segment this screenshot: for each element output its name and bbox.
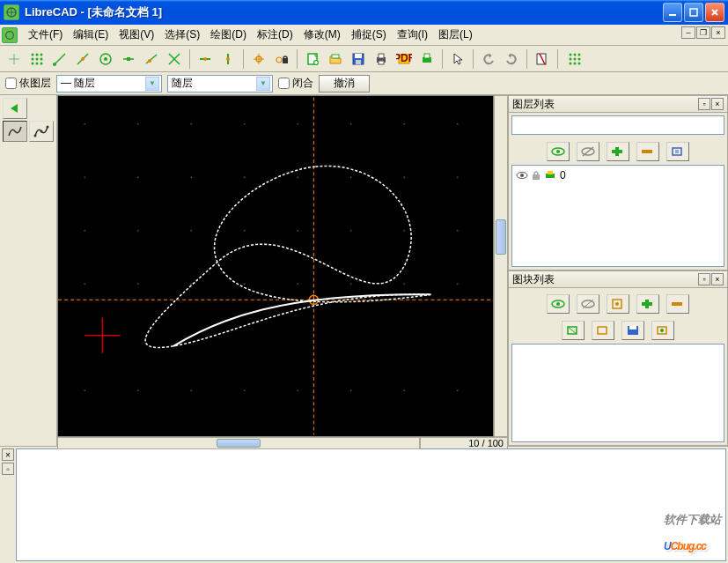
layer-item[interactable]: 0 <box>514 167 722 183</box>
svg-point-71 <box>350 230 352 232</box>
menu-modify[interactable]: 修改(M) <box>298 25 346 45</box>
menu-select[interactable]: 选择(S) <box>159 25 205 45</box>
cursor-icon[interactable] <box>447 48 468 70</box>
menu-info[interactable]: 查询(I) <box>392 25 433 45</box>
bylayer-checkbox[interactable]: 依图层 <box>5 76 51 91</box>
canvas-area: 10 / 100 <box>57 95 508 446</box>
svg-point-4 <box>32 53 34 56</box>
mdi-minimize[interactable]: – <box>681 26 695 39</box>
open-file-icon[interactable] <box>325 48 346 70</box>
edit-layer-icon[interactable] <box>666 142 689 161</box>
svg-rect-29 <box>356 60 361 64</box>
snap-grid-icon[interactable] <box>26 48 48 70</box>
panel-float-icon[interactable]: ▫ <box>698 273 710 285</box>
back-button[interactable] <box>3 98 27 119</box>
panel-close-icon[interactable]: × <box>711 273 724 285</box>
snap-distance-icon[interactable] <box>141 48 162 70</box>
svg-point-102 <box>520 174 524 177</box>
main-toolbar: PDF <box>0 46 728 72</box>
mdi-close[interactable]: × <box>711 26 725 39</box>
spline-points-tool-icon[interactable] <box>29 121 54 142</box>
svg-point-5 <box>36 53 39 56</box>
drawing-canvas[interactable] <box>57 95 494 437</box>
console-close-icon[interactable]: × <box>2 448 14 461</box>
menu-file[interactable]: 文件(F) <box>23 25 68 45</box>
insert-block-icon[interactable] <box>651 321 674 340</box>
layer-list[interactable]: 0 <box>511 165 724 267</box>
export-pdf-icon[interactable]: PDF <box>393 48 415 70</box>
console-float-icon[interactable]: ▫ <box>2 463 14 475</box>
spline-tool-icon[interactable] <box>3 121 27 142</box>
remove-layer-icon[interactable] <box>636 142 659 161</box>
snap-middle-icon[interactable] <box>118 48 139 70</box>
add-block-icon[interactable] <box>636 294 659 314</box>
save-block-icon[interactable] <box>621 321 644 340</box>
restrict-vertical-icon[interactable] <box>217 48 239 70</box>
hide-all-blocks-icon[interactable] <box>577 294 599 314</box>
dropdown-arrow-icon: ▼ <box>256 77 270 91</box>
svg-point-76 <box>190 283 192 285</box>
menu-view[interactable]: 视图(V) <box>114 25 159 45</box>
print-preview-icon[interactable] <box>416 48 438 70</box>
svg-point-20 <box>226 57 230 61</box>
panel-float-icon[interactable]: ▫ <box>698 98 710 110</box>
svg-point-19 <box>203 57 207 61</box>
hide-all-layers-icon[interactable] <box>577 142 599 161</box>
edit-block-icon[interactable] <box>592 321 614 340</box>
maximize-button[interactable] <box>684 3 703 22</box>
svg-point-83 <box>137 389 139 391</box>
svg-point-61 <box>244 176 246 178</box>
show-all-blocks-icon[interactable] <box>547 294 570 314</box>
restrict-horizontal-icon[interactable] <box>195 48 216 70</box>
snap-free-icon[interactable] <box>4 48 25 70</box>
command-console[interactable] <box>16 448 726 561</box>
rename-block-icon[interactable] <box>562 321 585 340</box>
snap-on-entity-icon[interactable] <box>72 48 93 70</box>
snap-endpoint-icon[interactable] <box>49 48 70 70</box>
minimize-button[interactable] <box>663 3 682 22</box>
horizontal-scrollbar[interactable] <box>57 437 420 449</box>
svg-point-72 <box>403 230 405 232</box>
svg-point-44 <box>570 62 572 64</box>
undo-icon[interactable] <box>478 48 499 70</box>
menu-layer[interactable]: 图层(L) <box>433 25 478 45</box>
cut-icon[interactable] <box>532 48 553 70</box>
lineweight-combo[interactable]: 随层 ▼ <box>167 75 273 93</box>
window-title: LibreCAD - [未命名文档 1] <box>25 4 663 20</box>
show-all-layers-icon[interactable] <box>547 142 570 161</box>
menu-draw[interactable]: 绘图(D) <box>205 25 252 45</box>
lock-relative-zero-icon[interactable] <box>271 48 292 70</box>
menu-snap[interactable]: 捕捉(S) <box>346 25 392 45</box>
create-block-icon[interactable] <box>607 294 629 314</box>
menu-dimension[interactable]: 标注(D) <box>252 25 298 45</box>
svg-rect-99 <box>642 150 652 153</box>
svg-point-22 <box>276 57 282 63</box>
print-icon[interactable] <box>371 48 392 70</box>
app-icon-small <box>2 27 18 43</box>
remove-block-icon[interactable] <box>666 294 689 314</box>
close-checkbox[interactable]: 闭合 <box>278 76 313 91</box>
svg-point-107 <box>556 302 560 306</box>
new-file-icon[interactable] <box>302 48 323 70</box>
layer-filter-input[interactable] <box>511 115 724 135</box>
svg-rect-118 <box>629 326 636 330</box>
block-list[interactable] <box>511 344 724 442</box>
snap-center-icon[interactable] <box>95 48 116 70</box>
menu-edit[interactable]: 编辑(E) <box>68 25 114 45</box>
svg-point-75 <box>137 283 139 285</box>
grid-toggle-icon[interactable] <box>564 48 585 70</box>
relative-zero-icon[interactable] <box>248 48 269 70</box>
close-button[interactable] <box>705 3 724 22</box>
save-file-icon[interactable] <box>348 48 369 70</box>
redo-icon[interactable] <box>501 48 522 70</box>
linetype-combo[interactable]: — 随层 ▼ <box>56 75 162 93</box>
vertical-scrollbar[interactable] <box>494 95 508 437</box>
add-layer-icon[interactable] <box>607 142 629 161</box>
right-panels: 图层列表 ▫ × 0 <box>508 95 728 446</box>
cancel-button[interactable]: 撤消 <box>319 75 370 93</box>
mdi-restore[interactable]: ❐ <box>696 26 710 39</box>
svg-point-55 <box>350 123 352 125</box>
panel-close-icon[interactable]: × <box>711 98 724 110</box>
svg-point-94 <box>556 150 560 153</box>
snap-intersection-icon[interactable] <box>164 48 185 70</box>
